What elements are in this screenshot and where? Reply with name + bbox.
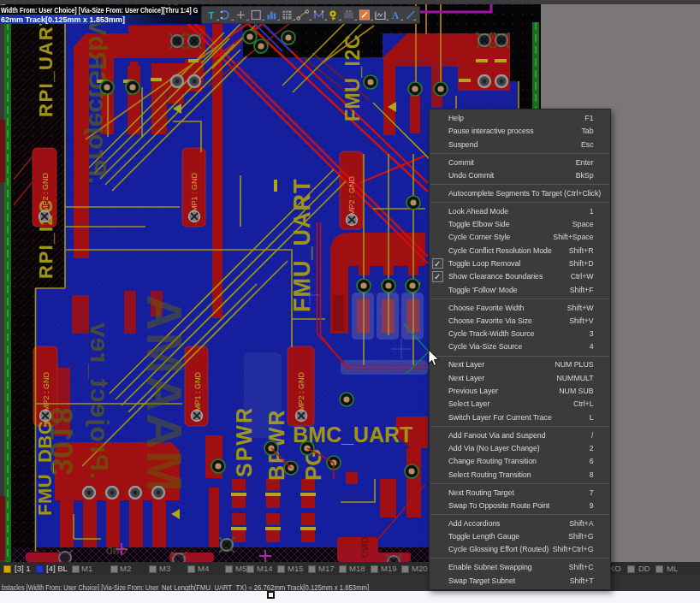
svg-text:T: T [208,10,214,21]
svg-text:A: A [392,10,400,21]
